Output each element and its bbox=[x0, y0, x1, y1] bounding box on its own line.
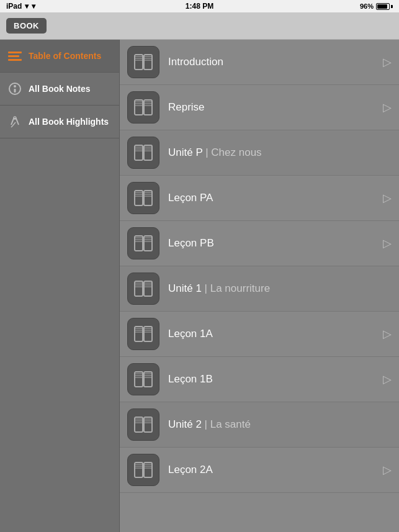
main-layout: Table of Contents All Book Notes bbox=[0, 40, 399, 532]
chevron-right-icon: ▷ bbox=[383, 372, 392, 386]
book-icon bbox=[133, 371, 153, 388]
svg-rect-68 bbox=[135, 417, 143, 432]
row-title: Leçon 1B bbox=[168, 373, 378, 385]
svg-rect-28 bbox=[135, 191, 143, 205]
row-book-icon-wrap bbox=[127, 363, 159, 395]
book-icon bbox=[133, 416, 153, 433]
toolbar: BOOK bbox=[0, 12, 399, 40]
book-button[interactable]: BOOK bbox=[6, 18, 47, 34]
svg-rect-69 bbox=[144, 417, 152, 432]
table-row[interactable]: Leçon 1A ▷ bbox=[120, 312, 399, 357]
svg-rect-44 bbox=[135, 281, 143, 296]
row-title: Unité 2 | La santé bbox=[168, 418, 392, 431]
highlights-icon bbox=[6, 113, 24, 130]
svg-rect-5 bbox=[144, 55, 152, 70]
row-book-icon-wrap bbox=[127, 454, 159, 486]
chevron-right-icon: ▷ bbox=[383, 55, 392, 69]
content-area: Introduction ▷ Reprise ▷ bbox=[120, 40, 399, 532]
table-row[interactable]: Unité P | Chez nous bbox=[120, 130, 399, 176]
svg-rect-61 bbox=[144, 372, 152, 387]
row-title: Leçon PA bbox=[168, 192, 378, 204]
row-book-icon-wrap bbox=[127, 318, 159, 350]
svg-rect-37 bbox=[144, 236, 152, 251]
sidebar-notes-label: All Book Notes bbox=[29, 84, 91, 94]
chevron-right-icon: ▷ bbox=[383, 327, 392, 341]
table-row[interactable]: Unité 1 | La nourriture bbox=[120, 266, 399, 312]
row-title: Introduction bbox=[168, 56, 378, 68]
book-icon bbox=[133, 235, 153, 252]
book-icon bbox=[133, 99, 153, 116]
row-title: Unité P | Chez nous bbox=[168, 147, 392, 159]
row-book-icon-wrap bbox=[127, 46, 159, 78]
svg-rect-53 bbox=[144, 327, 152, 341]
svg-point-1 bbox=[14, 85, 16, 88]
svg-rect-77 bbox=[144, 462, 152, 477]
sidebar-item-toc[interactable]: Table of Contents bbox=[0, 40, 119, 73]
battery-icon bbox=[376, 3, 393, 10]
svg-rect-12 bbox=[135, 100, 143, 115]
row-book-icon-wrap bbox=[127, 408, 159, 441]
svg-rect-36 bbox=[135, 236, 143, 251]
table-row[interactable]: Leçon 2A ▷ bbox=[120, 448, 399, 493]
chevron-right-icon: ▷ bbox=[383, 463, 392, 477]
row-title: Leçon 2A bbox=[168, 464, 378, 476]
toc-icon bbox=[6, 47, 24, 65]
row-book-icon-wrap bbox=[127, 182, 159, 214]
sidebar-item-highlights[interactable]: All Book Highlights bbox=[0, 106, 119, 138]
chevron-right-icon: ▷ bbox=[383, 101, 392, 114]
status-right: 96% bbox=[360, 2, 393, 10]
svg-rect-29 bbox=[144, 191, 152, 205]
chevron-right-icon: ▷ bbox=[383, 237, 392, 250]
book-icon bbox=[133, 461, 153, 479]
table-row[interactable]: Leçon PB ▷ bbox=[120, 221, 399, 266]
chevron-right-icon: ▷ bbox=[383, 191, 392, 205]
wifi-icon: ▾ bbox=[25, 2, 29, 11]
signal-icon: ▾ bbox=[32, 2, 35, 11]
book-icon bbox=[133, 53, 153, 71]
table-row[interactable]: Unité 2 | La santé bbox=[120, 402, 399, 448]
clock: 1:48 PM bbox=[186, 2, 213, 11]
book-icon bbox=[133, 280, 153, 297]
battery-percent: 96% bbox=[360, 2, 374, 10]
book-icon bbox=[133, 325, 153, 343]
row-book-icon-wrap bbox=[127, 91, 159, 124]
svg-rect-52 bbox=[135, 327, 143, 341]
svg-rect-76 bbox=[135, 462, 143, 477]
row-book-icon-wrap bbox=[127, 227, 159, 259]
status-bar: iPad ▾ ▾ 1:48 PM 96% bbox=[0, 0, 399, 12]
svg-rect-4 bbox=[135, 55, 143, 70]
row-title: Reprise bbox=[168, 101, 378, 114]
svg-rect-45 bbox=[144, 281, 152, 296]
row-title: Leçon PB bbox=[168, 237, 378, 250]
table-row[interactable]: Reprise ▷ bbox=[120, 85, 399, 130]
book-icon bbox=[133, 144, 153, 161]
svg-rect-20 bbox=[135, 145, 143, 160]
table-row[interactable]: Introduction ▷ bbox=[120, 40, 399, 85]
table-row[interactable]: Leçon PA ▷ bbox=[120, 176, 399, 221]
notes-icon bbox=[6, 80, 24, 97]
row-title: Unité 1 | La nourriture bbox=[168, 282, 392, 295]
table-row[interactable]: Leçon 1B ▷ bbox=[120, 357, 399, 402]
carrier-label: iPad bbox=[6, 2, 22, 11]
sidebar-toc-label: Table of Contents bbox=[29, 51, 101, 61]
svg-rect-21 bbox=[144, 145, 152, 160]
status-left: iPad ▾ ▾ bbox=[6, 2, 35, 11]
row-book-icon-wrap bbox=[127, 273, 159, 305]
book-icon bbox=[133, 189, 153, 207]
svg-rect-13 bbox=[144, 100, 152, 115]
sidebar: Table of Contents All Book Notes bbox=[0, 40, 120, 532]
sidebar-highlights-label: All Book Highlights bbox=[29, 117, 109, 127]
sidebar-item-notes[interactable]: All Book Notes bbox=[0, 73, 119, 106]
svg-rect-60 bbox=[135, 372, 143, 387]
svg-rect-2 bbox=[14, 89, 16, 92]
row-title: Leçon 1A bbox=[168, 328, 378, 340]
row-book-icon-wrap bbox=[127, 137, 159, 169]
